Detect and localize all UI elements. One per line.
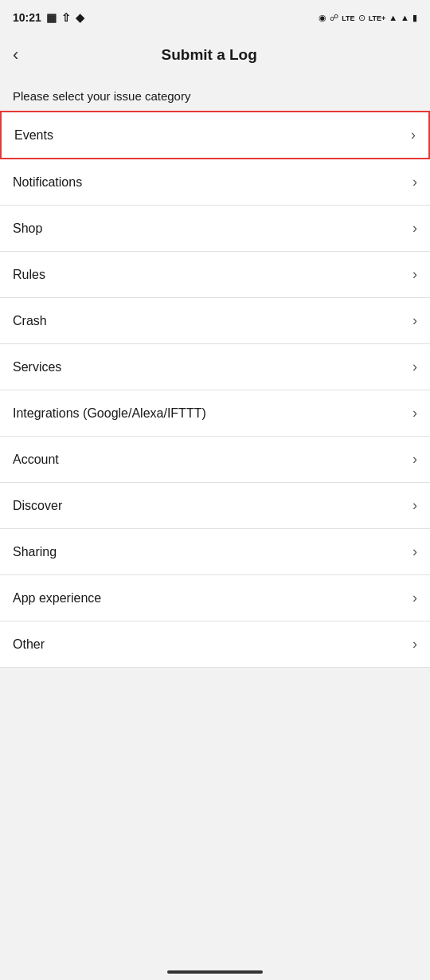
phone-icon: ▦: [46, 11, 57, 24]
list-item-services[interactable]: Services›: [0, 344, 430, 390]
list-item-label-discover: Discover: [13, 499, 62, 513]
chevron-icon-other: ›: [412, 636, 417, 653]
list-item-crash[interactable]: Crash›: [0, 298, 430, 344]
list-item-label-services: Services: [13, 360, 61, 374]
list-item-label-shop: Shop: [13, 221, 42, 236]
list-item-sharing[interactable]: Sharing›: [0, 529, 430, 575]
chevron-icon-rules: ›: [412, 266, 417, 283]
status-bar: 10:21 ▦ ⇧ ◆ ◉ ☍ LTE ⊙ LTE+ ▲ ▲ ▮: [0, 0, 430, 32]
list-item-account[interactable]: Account›: [0, 437, 430, 483]
list-item-label-sharing: Sharing: [13, 545, 57, 559]
chevron-icon-shop: ›: [412, 220, 417, 237]
chevron-icon-account: ›: [412, 451, 417, 468]
page-title: Submit a Log: [25, 46, 393, 64]
list-item-label-app-experience: App experience: [13, 591, 101, 606]
list-item-discover[interactable]: Discover›: [0, 483, 430, 529]
section-label: Please select your issue category: [0, 78, 430, 111]
vibrate-icon: ☍: [330, 13, 338, 23]
list-item-rules[interactable]: Rules›: [0, 252, 430, 298]
list-item-integrations[interactable]: Integrations (Google/Alexa/IFTTT)›: [0, 390, 430, 437]
chevron-icon-discover: ›: [412, 497, 417, 514]
lte-plus-icon: LTE+: [369, 13, 386, 22]
list-item-app-experience[interactable]: App experience›: [0, 575, 430, 621]
header: ‹ Submit a Log: [0, 32, 430, 78]
list-item-label-crash: Crash: [13, 314, 47, 328]
signal-icon: ▲: [389, 13, 397, 22]
alarm-icon: ◉: [319, 13, 326, 23]
category-list: Events›Notifications›Shop›Rules›Crash›Se…: [0, 111, 430, 668]
chevron-icon-services: ›: [412, 359, 417, 375]
status-right: ◉ ☍ LTE ⊙ LTE+ ▲ ▲ ▮: [319, 13, 417, 23]
home-indicator: [167, 970, 263, 974]
list-item-shop[interactable]: Shop›: [0, 206, 430, 252]
chevron-icon-crash: ›: [412, 312, 417, 329]
shazam-icon: ◆: [76, 11, 84, 24]
arrow-up-icon: ⇧: [61, 11, 71, 24]
chevron-icon-app-experience: ›: [412, 590, 417, 606]
list-item-label-notifications: Notifications: [13, 175, 82, 190]
chevron-icon-integrations: ›: [412, 405, 417, 421]
battery-icon: ▮: [412, 13, 417, 23]
list-item-notifications[interactable]: Notifications›: [0, 159, 430, 206]
time-display: 10:21: [13, 11, 41, 24]
chevron-icon-events: ›: [411, 127, 416, 143]
list-item-label-account: Account: [13, 453, 59, 467]
list-item-label-rules: Rules: [13, 268, 45, 282]
wifi-icon: ⊙: [358, 13, 366, 23]
list-item-other[interactable]: Other›: [0, 621, 430, 668]
lte-icon: LTE: [342, 13, 354, 22]
chevron-icon-sharing: ›: [412, 543, 417, 560]
chevron-icon-notifications: ›: [412, 174, 417, 190]
list-item-label-events: Events: [14, 128, 53, 143]
list-item-label-integrations: Integrations (Google/Alexa/IFTTT): [13, 406, 206, 421]
status-left: 10:21 ▦ ⇧ ◆: [13, 11, 84, 24]
list-item-label-other: Other: [13, 637, 45, 652]
signal-icon2: ▲: [401, 13, 409, 22]
list-item-events[interactable]: Events›: [0, 111, 430, 159]
back-button[interactable]: ‹: [13, 41, 25, 69]
